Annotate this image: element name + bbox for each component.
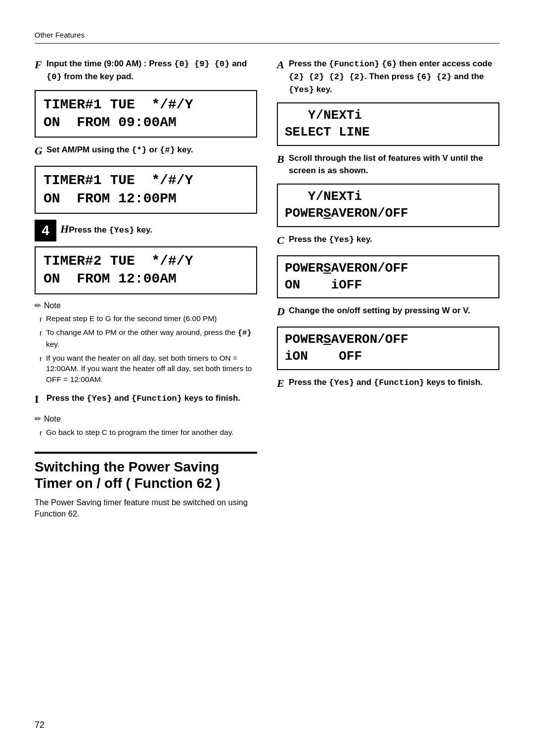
display-timer2-12am: TIMER#2 TUE */#/YON FROM 12:00AM <box>35 246 257 294</box>
step-b-content: Scroll through the list of features with… <box>289 152 499 177</box>
step-i-text: Press the {Yes} and {Function} keys to f… <box>46 393 240 403</box>
note1-item1-text: Repeat step E to G for the second timer … <box>46 313 217 324</box>
step-i-letter: I <box>35 392 45 407</box>
step-h: 4 HPress the {Yes} key. <box>35 220 257 241</box>
step-f-content: Input the time (9:00 AM) : Press {0} {9}… <box>46 57 257 83</box>
note2-title: Note <box>44 414 61 425</box>
step-a-letter: A <box>277 57 288 73</box>
step-f-letter: F <box>35 57 45 73</box>
step-c-text: Press the {Yes} key. <box>289 235 372 244</box>
note1-item3-text: If you want the heater on all day, set b… <box>46 353 257 385</box>
display-powersaver-c: POWERSAVERON/OFFON iOFF <box>277 255 499 299</box>
step-e-text: Press the {Yes} and {Function} keys to f… <box>289 378 483 387</box>
page-number: 72 <box>35 719 44 731</box>
note1-item2-text: To change AM to PM or the other way arou… <box>46 327 257 349</box>
two-column-layout: F Input the time (9:00 AM) : Press {0} {… <box>35 57 499 529</box>
note1-title: Note <box>44 300 61 311</box>
step-i-content: Press the {Yes} and {Function} keys to f… <box>46 392 257 405</box>
section-title: Switching the Power Saving Timer on / of… <box>35 459 257 492</box>
step-b: B Scroll through the list of features wi… <box>277 152 499 177</box>
display-powersaver-b: Y/NEXTiPOWERSAVERON/OFF <box>277 184 499 227</box>
note1-label: ✏ Note <box>35 300 257 311</box>
display-select-line: Y/NEXTiSELECT LINE <box>277 102 499 146</box>
display-timer1-09am: TIMER#1 TUE */#/YON FROM 09:00AM <box>35 90 257 138</box>
step-a-content: Press the {Function} {6} then enter acce… <box>289 57 499 95</box>
step-c-content: Press the {Yes} key. <box>289 233 499 246</box>
step-g-text: Set AM/PM using the {*} or {#} key. <box>46 145 193 154</box>
step-e-content: Press the {Yes} and {Function} keys to f… <box>289 376 499 389</box>
step-d-content: Change the on/off setting by pressing W … <box>289 304 499 317</box>
step-b-text: Scroll through the list of features with… <box>289 153 483 175</box>
note1-item1: Repeat step E to G for the second timer … <box>35 313 257 324</box>
step-h-text: Press the {Yes} key. <box>69 225 152 235</box>
section-desc: The Power Saving timer feature must be s… <box>35 497 257 520</box>
section-label: Other Features <box>35 30 85 40</box>
step-f-text: Input the time (9:00 AM) : Press {0} {9}… <box>46 59 247 81</box>
step-e-letter: E <box>277 376 288 391</box>
step-c-letter: C <box>277 233 288 248</box>
step-e: E Press the {Yes} and {Function} keys to… <box>277 376 499 391</box>
note1-item3: If you want the heater on all day, set b… <box>35 353 257 385</box>
display-powersaver-d: POWERSAVERON/OFFiON OFF <box>277 327 499 370</box>
section-divider <box>35 452 257 454</box>
note-block-2: ✏ Note Go back to step C to program the … <box>35 414 257 437</box>
left-column: F Input the time (9:00 AM) : Press {0} {… <box>35 57 257 529</box>
step-b-letter: B <box>277 152 288 167</box>
step4-badge: 4 <box>35 220 56 241</box>
display-timer1-12pm: TIMER#1 TUE */#/YON FROM 12:00PM <box>35 166 257 214</box>
step-d-text: Change the on/off setting by pressing W … <box>289 306 470 315</box>
note1-item2: To change AM to PM or the other way arou… <box>35 327 257 349</box>
step-h-letter: H <box>60 223 69 235</box>
step-g-letter: G <box>35 143 45 159</box>
note2-label: ✏ Note <box>35 414 257 425</box>
pencil-icon: ✏ <box>35 300 41 311</box>
step-g-content: Set AM/PM using the {*} or {#} key. <box>46 143 257 156</box>
step-a-text: Press the {Function} {6} then enter acce… <box>289 59 492 94</box>
step-d-letter: D <box>277 304 288 320</box>
page: Other Features F Input the time (9:00 AM… <box>0 0 534 756</box>
pencil-icon-2: ✏ <box>35 414 41 425</box>
note2-item1-text: Go back to step C to program the timer f… <box>46 427 234 438</box>
step-a: A Press the {Function} {6} then enter ac… <box>277 57 499 95</box>
step-f: F Input the time (9:00 AM) : Press {0} {… <box>35 57 257 83</box>
note-block-1: ✏ Note Repeat step E to G for the second… <box>35 300 257 385</box>
step-g: G Set AM/PM using the {*} or {#} key. <box>35 143 257 159</box>
step-c: C Press the {Yes} key. <box>277 233 499 248</box>
step-i: I Press the {Yes} and {Function} keys to… <box>35 392 257 407</box>
header-bar: Other Features <box>35 30 499 44</box>
note2-item1: Go back to step C to program the timer f… <box>35 427 257 438</box>
step-d: D Change the on/off setting by pressing … <box>277 304 499 320</box>
right-column: A Press the {Function} {6} then enter ac… <box>277 57 499 529</box>
